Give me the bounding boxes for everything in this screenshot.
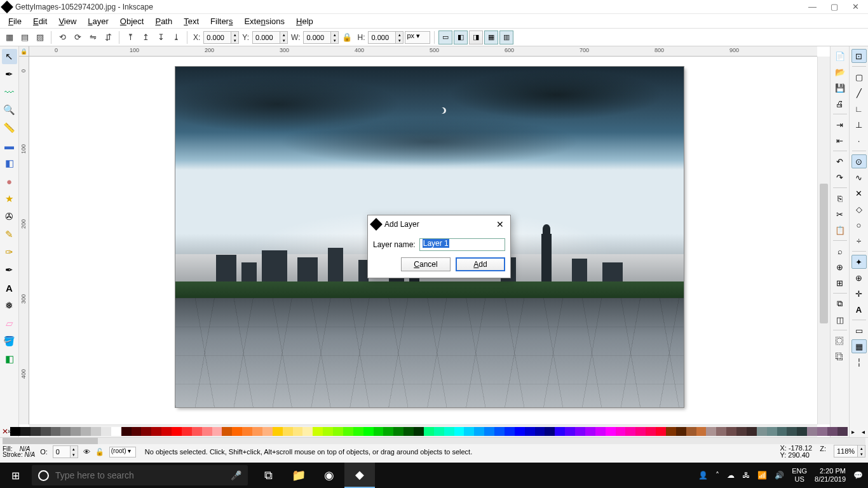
menu-view[interactable]: View [53, 15, 82, 27]
swatch[interactable] [172, 427, 182, 436]
swatch[interactable] [757, 427, 767, 436]
swatch[interactable] [212, 427, 222, 436]
swatch[interactable] [726, 427, 736, 436]
swatch[interactable] [101, 427, 111, 436]
box3d-tool-icon[interactable]: ◧ [2, 156, 17, 171]
ruler-origin-icon[interactable]: 🔒 [19, 46, 29, 57]
snap-bbox-corner-icon[interactable]: ∟ [851, 102, 867, 116]
chrome-icon[interactable]: ◉ [314, 463, 344, 488]
taskbar-search-input[interactable] [55, 470, 224, 480]
group-icon[interactable]: ⿴ [832, 334, 848, 348]
spray-tool-icon[interactable]: ❅ [2, 298, 17, 313]
rect-tool-icon[interactable]: ▬ [2, 138, 17, 153]
swatch[interactable] [41, 427, 51, 436]
swatch[interactable] [474, 427, 484, 436]
new-doc-icon[interactable]: 📄 [832, 49, 848, 63]
tray-overflow-icon[interactable]: ˄ [715, 471, 719, 480]
swatch[interactable] [393, 427, 403, 436]
zoom-drawing-icon[interactable]: ⊕ [832, 260, 848, 274]
swatch[interactable] [302, 427, 313, 436]
cancel-button[interactable]: Cancel [401, 257, 451, 271]
snap-bbox-center-icon[interactable]: · [851, 133, 867, 147]
palette-scrollbar[interactable] [3, 438, 865, 444]
swatch[interactable] [454, 427, 465, 436]
snap-cusp-icon[interactable]: ◇ [851, 202, 867, 216]
swatch[interactable] [545, 427, 555, 436]
zoom-fit-icon[interactable]: ⌕ [832, 244, 848, 258]
swatch[interactable] [222, 427, 232, 436]
swatch[interactable] [515, 427, 525, 436]
transform-stroke-icon[interactable]: ▭ [438, 30, 452, 44]
swatch[interactable] [20, 427, 31, 436]
swatch[interactable] [31, 427, 41, 436]
swatch[interactable] [505, 427, 515, 436]
menu-path[interactable]: Path [149, 15, 178, 27]
color-palette[interactable] [10, 427, 848, 436]
swatch[interactable] [555, 427, 565, 436]
swatch[interactable] [666, 427, 676, 436]
swatch[interactable] [777, 427, 787, 436]
x-input[interactable]: 0.000▴▾ [203, 31, 239, 44]
swatch[interactable] [132, 427, 142, 436]
snap-others-icon[interactable]: ✦ [851, 255, 867, 269]
swatch[interactable] [535, 427, 545, 436]
swatch[interactable] [141, 427, 151, 436]
swatch[interactable] [51, 427, 61, 436]
swatch[interactable] [797, 427, 807, 436]
swatch[interactable] [403, 427, 414, 436]
paste-icon[interactable]: 📋 [832, 223, 848, 237]
swatch[interactable] [232, 427, 242, 436]
swatch[interactable] [71, 427, 81, 436]
snap-enable-icon[interactable]: ⊡ [851, 49, 867, 63]
file-explorer-icon[interactable]: 📁 [283, 463, 314, 488]
wifi-icon[interactable]: 📶 [757, 471, 767, 480]
maximize-button[interactable]: ▢ [831, 2, 838, 11]
swatch[interactable] [252, 427, 262, 436]
menu-help[interactable]: Help [290, 15, 319, 27]
swatch[interactable] [686, 427, 696, 436]
snap-nodes-icon[interactable]: ⊙ [851, 154, 867, 168]
select-all-icon[interactable]: ▤ [18, 30, 32, 44]
swatch[interactable] [383, 427, 393, 436]
swatch[interactable] [464, 427, 474, 436]
task-view-icon[interactable]: ⧉ [253, 463, 283, 488]
node-tool-icon[interactable]: ✒ [2, 67, 17, 82]
snap-bbox-edge-icon[interactable]: ╱ [851, 86, 867, 100]
raise-icon[interactable]: ↥ [139, 30, 153, 44]
y-input[interactable]: 0.000▴▾ [252, 31, 288, 44]
swatch[interactable] [625, 427, 635, 436]
swatch[interactable] [817, 427, 827, 436]
mic-icon[interactable]: 🎤 [231, 470, 241, 480]
swatch[interactable] [656, 427, 666, 436]
snap-page-icon[interactable]: ▭ [851, 323, 867, 337]
swatch[interactable] [827, 427, 837, 436]
deselect-icon[interactable]: ▨ [33, 30, 47, 44]
ellipse-tool-icon[interactable]: ● [2, 173, 17, 189]
swatch[interactable] [192, 427, 202, 436]
swatch[interactable] [414, 427, 424, 436]
add-button[interactable]: Add [456, 257, 505, 271]
swatch[interactable] [161, 427, 172, 436]
onedrive-icon[interactable]: ☁ [727, 471, 735, 480]
calligraphy-tool-icon[interactable]: ✒ [2, 262, 17, 278]
swatch[interactable] [696, 427, 707, 436]
volume-icon[interactable]: 🔊 [775, 471, 784, 480]
w-input[interactable]: 0.000▴▾ [303, 31, 339, 44]
eraser-tool-icon[interactable]: ▱ [2, 316, 17, 331]
swatch[interactable] [273, 427, 283, 436]
menu-file[interactable]: File [3, 15, 27, 27]
transform-move-icon[interactable]: ▥ [499, 30, 513, 44]
swatch[interactable] [374, 427, 384, 436]
swatch[interactable] [60, 427, 71, 436]
ruler-vertical[interactable]: 0100200300400500 [19, 57, 29, 424]
swatch[interactable] [525, 427, 535, 436]
measure-tool-icon[interactable]: 📏 [2, 120, 17, 135]
swatch[interactable] [81, 427, 91, 436]
snap-bbox-midpoint-icon[interactable]: ⊥ [851, 118, 867, 132]
save-doc-icon[interactable]: 💾 [832, 81, 848, 95]
clock[interactable]: 2:20 PM8/21/2019 [815, 467, 846, 484]
language-indicator[interactable]: ENGUS [792, 467, 807, 484]
tweak-tool-icon[interactable]: 〰 [2, 85, 17, 100]
swatch[interactable] [807, 427, 817, 436]
palette-next-icon[interactable]: ▸ [848, 428, 858, 435]
